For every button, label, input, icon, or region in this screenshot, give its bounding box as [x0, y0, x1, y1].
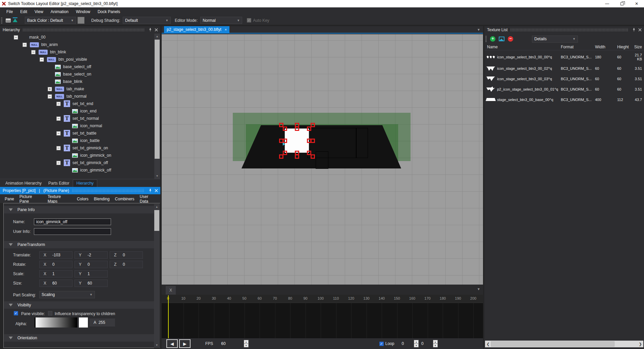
- add-texture-button[interactable]: +: [490, 36, 495, 42]
- tree-node-base_select_off[interactable]: base_select_off: [0, 63, 160, 70]
- properties-scrollbar[interactable]: ▲ ▼: [154, 204, 160, 348]
- close-icon[interactable]: [154, 188, 159, 193]
- pane-outline-small[interactable]: [316, 151, 328, 169]
- transform-field-y[interactable]: Y0: [74, 261, 108, 268]
- pane-outline-wide[interactable]: [307, 128, 356, 158]
- transform-field-y[interactable]: Y-2: [74, 251, 108, 259]
- editor-mode-dropdown[interactable]: Normal▼: [200, 17, 242, 24]
- pane-outline-tall[interactable]: [356, 128, 368, 158]
- menu-item-animation[interactable]: Animation: [47, 7, 72, 16]
- back-color-swatch[interactable]: [77, 17, 85, 24]
- auto-key-checkbox[interactable]: ✓: [247, 18, 251, 22]
- properties-tab-texture-maps[interactable]: Texture Maps: [45, 194, 74, 204]
- image-icon[interactable]: [499, 37, 504, 41]
- section-pane-transform[interactable]: PaneTransform: [4, 241, 154, 248]
- loop-start-stepper[interactable]: ▲▼: [414, 340, 419, 347]
- collapse-icon[interactable]: −: [31, 50, 36, 54]
- column-header-width[interactable]: Width: [595, 45, 617, 49]
- loop-end-value[interactable]: 0: [421, 341, 424, 346]
- loop-start-value[interactable]: 0: [401, 341, 404, 346]
- close-icon[interactable]: [154, 27, 159, 33]
- toolbar-grip[interactable]: [1, 17, 2, 23]
- tree-node-icon_gimmick_on[interactable]: icon_gimmick_on: [0, 152, 160, 159]
- menu-item-view[interactable]: View: [31, 7, 47, 16]
- texture-row-icon_stage_select_btn3_00_00^q[interactable]: icon_stage_select_btn3_00_00^qBC3_UNORM_…: [484, 51, 644, 63]
- menu-item-file[interactable]: File: [3, 7, 16, 16]
- alpha-gradient-slider[interactable]: [35, 317, 77, 328]
- texture-hscrollbar[interactable]: ❮ ❯: [485, 341, 643, 347]
- part-scaling-dropdown[interactable]: Scaling▼: [39, 291, 95, 298]
- selection-handle[interactable]: [279, 139, 283, 143]
- transform-field-y[interactable]: Y1: [74, 270, 108, 278]
- section-pane-info[interactable]: Pane Info: [4, 206, 154, 213]
- step-forward-button[interactable]: ▶: [179, 339, 191, 348]
- column-header-hieght[interactable]: Hieght: [617, 45, 633, 49]
- timeline-dropdown-icon[interactable]: ▼: [477, 287, 480, 291]
- column-header-name[interactable]: Name: [484, 45, 561, 49]
- tree-node-set_txt_gimmick_on[interactable]: −Tset_txt_gimmick_on: [0, 144, 160, 152]
- collapse-icon[interactable]: −: [22, 43, 27, 47]
- debug-shading-dropdown[interactable]: Default▼: [123, 17, 171, 24]
- collapse-icon[interactable]: −: [56, 102, 61, 106]
- view-mode-dropdown[interactable]: Details▼: [532, 36, 578, 43]
- hierarchy-scrollbar[interactable]: ▲ ▼: [154, 34, 160, 179]
- selection-handle[interactable]: [295, 123, 299, 127]
- tree-icon[interactable]: [13, 18, 17, 22]
- scroll-down-icon[interactable]: ▼: [154, 173, 160, 179]
- menu-item-edit[interactable]: Edit: [16, 7, 31, 16]
- properties-tab-pane[interactable]: Pane: [2, 197, 17, 201]
- tree-node-tab_make[interactable]: +NULLtab_make: [0, 85, 160, 93]
- tree-node-set_txt_end[interactable]: −Tset_txt_end: [0, 100, 160, 107]
- loop-checkbox[interactable]: ✓: [379, 342, 384, 346]
- name-field[interactable]: icon_gimmick_off: [34, 218, 111, 225]
- selection-handle[interactable]: [279, 154, 283, 159]
- scrollbar-thumb[interactable]: [154, 210, 159, 231]
- collapse-icon[interactable]: −: [56, 116, 61, 121]
- minimize-button[interactable]: —: [600, 0, 614, 7]
- tree-node-tab_normal[interactable]: −NULLtab_normal: [0, 93, 160, 100]
- selection-handle[interactable]: [279, 123, 283, 127]
- tree-node-base_blink[interactable]: base_blink: [0, 78, 160, 85]
- tab-close-icon[interactable]: ×: [225, 28, 227, 32]
- properties-tab-colors[interactable]: Colors: [74, 197, 91, 201]
- transform-field-z[interactable]: Z0: [110, 251, 143, 259]
- properties-tab-combiners[interactable]: Combiners: [112, 197, 137, 201]
- selection-handle[interactable]: [311, 139, 315, 143]
- section-visibility[interactable]: Visibilty: [4, 301, 154, 309]
- influence-transparency-checkbox[interactable]: ✓: [48, 311, 52, 315]
- transform-field-z[interactable]: Z0: [110, 261, 143, 268]
- tree-node-icon_gimmick_off[interactable]: icon_gimmick_off: [0, 166, 160, 174]
- tree-node-btn_anim[interactable]: −NULLbtn_anim: [0, 41, 160, 48]
- pin-icon[interactable]: [631, 27, 637, 33]
- close-icon[interactable]: [637, 27, 643, 33]
- texture-row-icon_stage_select_btn3_00_02^q[interactable]: icon_stage_select_btn3_00_02^qBC3_UNORM_…: [484, 63, 644, 73]
- fps-stepper[interactable]: ▲▼: [244, 340, 249, 347]
- transform-field-y[interactable]: Y60: [74, 280, 108, 287]
- back-color-dropdown[interactable]: Back Color : Default▼: [25, 17, 76, 24]
- layout-canvas[interactable]: [162, 34, 483, 285]
- scroll-left-icon[interactable]: ❮: [485, 342, 491, 346]
- column-header-size[interactable]: Size: [633, 45, 644, 49]
- pin-icon[interactable]: [148, 188, 153, 193]
- tree-node-set_txt_gimmick_off[interactable]: −Tset_txt_gimmick_off: [0, 159, 160, 166]
- transform-field-x[interactable]: X1: [39, 270, 72, 278]
- section-orientation[interactable]: Orientation: [4, 334, 154, 342]
- tree-node-btn_blink[interactable]: −NULLbtn_blink: [0, 48, 160, 56]
- alpha-value-field[interactable]: A 255: [90, 318, 115, 327]
- collapse-icon[interactable]: −: [56, 131, 61, 136]
- fps-value[interactable]: 60: [221, 341, 225, 346]
- transform-field-x[interactable]: X0: [39, 261, 72, 268]
- alpha-color-swatch[interactable]: [79, 317, 88, 328]
- scrollbar-thumb[interactable]: [491, 341, 614, 347]
- collapse-icon[interactable]: −: [56, 146, 61, 150]
- close-button[interactable]: ✕: [629, 0, 644, 7]
- tree-node-set_txt_normal[interactable]: −Tset_txt_normal: [0, 115, 160, 122]
- tab-parts-editor[interactable]: Parts Editor: [45, 180, 73, 187]
- toolbar-grip[interactable]: [485, 36, 487, 42]
- loop-end-stepper[interactable]: ▲▼: [433, 340, 438, 347]
- timeline-ruler[interactable]: 0102030405060708090100110120130140150160…: [162, 295, 483, 303]
- scroll-up-icon[interactable]: ▲: [154, 204, 160, 210]
- pin-icon[interactable]: [148, 27, 153, 33]
- scroll-up-icon[interactable]: ▲: [154, 34, 160, 39]
- screen-icon[interactable]: [6, 18, 11, 22]
